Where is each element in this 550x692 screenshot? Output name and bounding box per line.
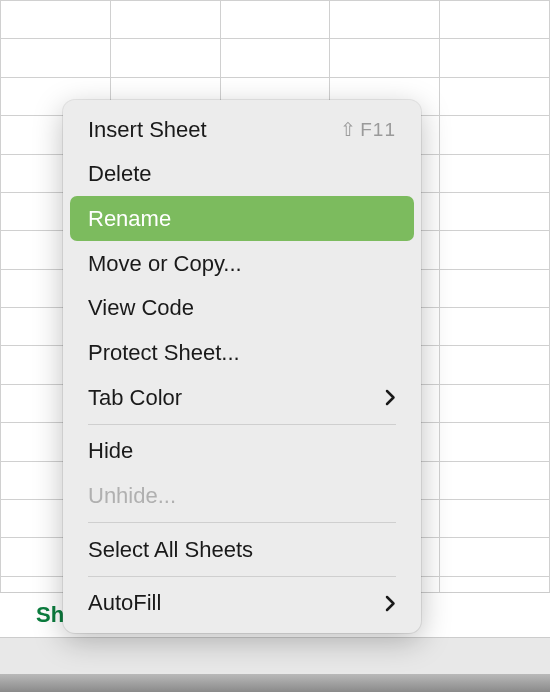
menu-item-label: Tab Color bbox=[88, 383, 385, 413]
menu-item-label: Rename bbox=[88, 204, 396, 234]
chevron-right-icon bbox=[385, 595, 396, 612]
menu-item-select-all-sheets[interactable]: Select All Sheets bbox=[70, 527, 414, 572]
menu-item-label: Move or Copy... bbox=[88, 249, 396, 279]
menu-item-label: Delete bbox=[88, 159, 396, 189]
menu-item-label: View Code bbox=[88, 293, 396, 323]
bottom-strip-inner bbox=[0, 674, 550, 692]
chevron-right-icon bbox=[385, 389, 396, 406]
menu-item-move-or-copy[interactable]: Move or Copy... bbox=[70, 241, 414, 286]
menu-item-unhide: Unhide... bbox=[70, 474, 414, 519]
bottom-strip bbox=[0, 637, 550, 692]
shortcut-key: F11 bbox=[360, 117, 396, 143]
menu-item-label: Insert Sheet bbox=[88, 115, 340, 145]
sheet-tab-label[interactable]: Sh bbox=[36, 602, 64, 628]
menu-item-label: Unhide... bbox=[88, 481, 396, 511]
menu-item-protect-sheet[interactable]: Protect Sheet... bbox=[70, 330, 414, 375]
menu-item-hide[interactable]: Hide bbox=[70, 429, 414, 474]
sheet-context-menu: Insert Sheet ⇧ F11 Delete Rename Move or… bbox=[63, 100, 421, 633]
menu-item-rename[interactable]: Rename bbox=[70, 196, 414, 241]
menu-divider bbox=[88, 424, 396, 425]
menu-item-label: Hide bbox=[88, 436, 396, 466]
menu-divider bbox=[88, 576, 396, 577]
menu-item-label: AutoFill bbox=[88, 588, 385, 618]
menu-divider bbox=[88, 522, 396, 523]
menu-item-autofill[interactable]: AutoFill bbox=[70, 581, 414, 626]
menu-item-view-code[interactable]: View Code bbox=[70, 286, 414, 331]
shift-icon: ⇧ bbox=[340, 120, 357, 139]
menu-item-delete[interactable]: Delete bbox=[70, 152, 414, 197]
menu-item-tab-color[interactable]: Tab Color bbox=[70, 375, 414, 420]
menu-shortcut: ⇧ F11 bbox=[340, 117, 396, 143]
menu-item-insert-sheet[interactable]: Insert Sheet ⇧ F11 bbox=[70, 107, 414, 152]
menu-item-label: Select All Sheets bbox=[88, 535, 396, 565]
menu-item-label: Protect Sheet... bbox=[88, 338, 396, 368]
